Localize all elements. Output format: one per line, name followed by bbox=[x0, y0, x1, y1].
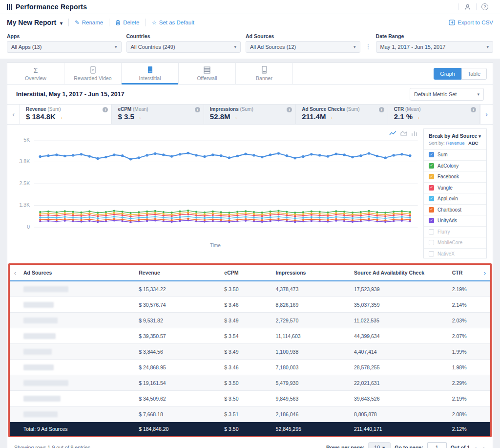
legend-item[interactable]: ✓ MobileCore bbox=[424, 237, 486, 249]
more-filters-icon[interactable]: ⋮ bbox=[365, 43, 372, 50]
rows-per-page-select[interactable]: 10 ▾ bbox=[368, 442, 391, 448]
legend-checkbox[interactable]: ✓ bbox=[429, 174, 434, 179]
legend-checkbox[interactable]: ✓ bbox=[429, 240, 434, 245]
line-chart-icon[interactable] bbox=[389, 130, 396, 136]
sort-by-revenue[interactable]: Revenue bbox=[446, 140, 464, 146]
legend-item[interactable]: ✓ Chartboost bbox=[424, 205, 486, 216]
ad-sources-table: ‹ Ad Sources Revenue eCPM Impressions So… bbox=[8, 263, 492, 437]
legend-list: ✓ Sum ✓ AdColony ✓ Facebook ✓ bbox=[424, 149, 486, 258]
metrics-next-chevron[interactable]: › bbox=[480, 105, 493, 124]
user-icon[interactable] bbox=[459, 3, 476, 11]
legend-checkbox[interactable]: ✓ bbox=[429, 196, 434, 201]
help-icon[interactable]: ? bbox=[477, 3, 493, 10]
table-row[interactable]: $ 30,576.74 $ 3.46 8,826,169 35,037,359 … bbox=[10, 297, 490, 313]
bar-chart-icon[interactable] bbox=[411, 130, 417, 136]
table-next-chevron[interactable]: › bbox=[479, 269, 490, 277]
metric-card-impressions[interactable]: Impressions (Sum) 52.8M→ i bbox=[204, 105, 296, 124]
info-icon[interactable]: i bbox=[287, 107, 292, 112]
trend-arrow-icon: → bbox=[232, 113, 238, 121]
check-icon: ✓ bbox=[430, 208, 433, 212]
legend-item[interactable]: ✓ UnityAds bbox=[424, 215, 486, 227]
ctr-cell: 1.98% bbox=[449, 364, 490, 370]
table-row[interactable]: $ 9,531.82 $ 3.49 2,729,570 11,022,535 2… bbox=[10, 313, 490, 328]
export-csv-button[interactable]: Export to CSV bbox=[449, 20, 493, 25]
info-icon[interactable]: i bbox=[379, 107, 384, 112]
legend-item[interactable]: ✓ NativeX bbox=[424, 249, 486, 259]
divider bbox=[145, 19, 146, 26]
info-icon[interactable]: i bbox=[471, 107, 476, 112]
legend-checkbox[interactable]: ✓ bbox=[429, 229, 434, 235]
legend-item[interactable]: ✓ AdColony bbox=[424, 161, 486, 172]
metric-card-ad-source-checks[interactable]: Ad Source Checks (Sum) 211.4M→ i bbox=[296, 105, 388, 124]
table-row[interactable]: $ 15,334.22 $ 3.50 4,378,473 17,523,939 … bbox=[10, 281, 490, 297]
area-chart-icon[interactable] bbox=[400, 130, 407, 136]
info-icon[interactable]: i bbox=[195, 107, 200, 112]
ctr-cell: 2.08% bbox=[449, 411, 490, 417]
col-header-impressions[interactable]: Impressions bbox=[273, 270, 351, 276]
ad-sources-filter-select[interactable]: All Ad Sources (12) ▾ bbox=[246, 41, 360, 53]
legend-checkbox[interactable]: ✓ bbox=[429, 251, 434, 256]
availability-check-cell: 22,021,631 bbox=[351, 380, 449, 386]
table-row[interactable]: $ 7,668.18 $ 3.51 2,186,046 8,805,878 2.… bbox=[10, 406, 490, 422]
tab-overview[interactable]: Σ Overview bbox=[7, 63, 64, 84]
page-number-input[interactable] bbox=[427, 442, 447, 448]
metrics-prev-chevron[interactable]: ‹ bbox=[7, 105, 20, 124]
legend-item[interactable]: ✓ Sum bbox=[424, 149, 486, 161]
goto-page-label: Go to page: bbox=[395, 445, 423, 448]
countries-filter-select[interactable]: All Countries (249) ▾ bbox=[126, 41, 241, 53]
legend-item[interactable]: ✓ Facebook bbox=[424, 171, 486, 183]
col-header-ecpm[interactable]: eCPM bbox=[221, 270, 272, 276]
legend-item[interactable]: ✓ Flurry bbox=[424, 227, 486, 238]
tab-interstitial[interactable]: Interstitial bbox=[122, 63, 179, 84]
tab-banner[interactable]: Banner bbox=[236, 63, 293, 84]
date-range-filter-select[interactable]: May 1, 2017 - Jun 15, 2017 ▾ bbox=[376, 41, 493, 53]
redacted-ad-source-name bbox=[23, 333, 56, 339]
info-icon[interactable]: i bbox=[103, 107, 108, 112]
table-row[interactable]: $ 19,161.54 $ 3.50 5,479,930 22,021,631 … bbox=[10, 375, 490, 391]
app-menu-icon[interactable] bbox=[7, 4, 12, 10]
rename-button[interactable]: ✎ Rename bbox=[75, 19, 103, 26]
legend-item[interactable]: ✓ Vungle bbox=[424, 183, 486, 194]
graph-toggle-button[interactable]: Graph bbox=[434, 68, 461, 80]
col-header-revenue[interactable]: Revenue bbox=[136, 270, 221, 276]
metric-card-ecpm[interactable]: eCPM (Mean) $ 3.5→ i bbox=[112, 105, 204, 124]
table-prev-chevron[interactable]: ‹ bbox=[10, 269, 21, 277]
set-default-button[interactable]: ☆ Set as Default bbox=[151, 19, 194, 26]
banner-icon bbox=[262, 66, 267, 74]
table-row[interactable]: $ 24,868.95 $ 3.46 7,180,003 28,578,255 … bbox=[10, 360, 490, 375]
countries-filter-value: All Countries (249) bbox=[131, 44, 175, 50]
legend-item[interactable]: ✓ AppLovin bbox=[424, 193, 486, 205]
legend-checkbox[interactable]: ✓ bbox=[429, 185, 434, 191]
apps-filter-label: Apps bbox=[7, 33, 122, 39]
legend-checkbox[interactable]: ✓ bbox=[429, 218, 434, 223]
chart-plot[interactable]: 5K3.8K2.5K1.3K0 bbox=[9, 128, 421, 243]
legend-checkbox[interactable]: ✓ bbox=[429, 163, 434, 169]
delete-button[interactable]: Delete bbox=[115, 20, 139, 25]
metric-card-ctr[interactable]: CTR (Mean) 2.1 %→ i bbox=[388, 105, 480, 124]
export-csv-icon bbox=[449, 20, 455, 25]
chevron-down-icon: ▾ bbox=[477, 92, 479, 97]
table-row[interactable]: $ 3,844.56 $ 3.49 1,100,938 4,407,414 1.… bbox=[10, 344, 490, 360]
legend-checkbox[interactable]: ✓ bbox=[429, 152, 434, 157]
table-row[interactable]: $ 39,350.57 $ 3.54 11,114,603 44,399,634… bbox=[10, 328, 490, 344]
filter-bar: Apps All Apps (13) ▾ Countries All Count… bbox=[0, 30, 500, 59]
col-header-ad-sources[interactable]: Ad Sources bbox=[21, 270, 136, 276]
sort-by-abc[interactable]: ABC bbox=[468, 140, 479, 146]
table-row[interactable]: $ 34,509.62 $ 3.50 9,849,563 39,643,526 … bbox=[10, 391, 490, 406]
showing-rows-text: Showing rows 1-9 out of 9 entries bbox=[14, 445, 90, 448]
tab-rewarded-video[interactable]: Rewarded Video bbox=[64, 63, 122, 84]
metric-set-select[interactable]: Default Metric Set ▾ bbox=[410, 88, 484, 101]
report-name-dropdown[interactable]: My New Report ▾ bbox=[7, 19, 62, 26]
revenue-cell: $ 15,334.22 bbox=[136, 286, 221, 292]
metric-card-revenue[interactable]: Revenue (Sum) $ 184.8K→ i bbox=[20, 105, 112, 124]
col-header-availability-check[interactable]: Source Ad Availability Check bbox=[351, 270, 449, 276]
ecpm-cell: $ 3.49 bbox=[221, 318, 272, 323]
legend-checkbox[interactable]: ✓ bbox=[429, 207, 434, 213]
table-toggle-button[interactable]: Table bbox=[461, 68, 487, 80]
break-by-dropdown[interactable]: Break by Ad Source ▾ bbox=[429, 133, 481, 139]
apps-filter-select[interactable]: All Apps (13) ▾ bbox=[7, 41, 122, 53]
tab-offerwall[interactable]: Offerwall bbox=[179, 63, 236, 84]
col-header-ctr[interactable]: CTR bbox=[449, 270, 479, 276]
page-prev-chevron[interactable]: ‹ bbox=[474, 444, 478, 448]
page-next-chevron[interactable]: › bbox=[482, 444, 486, 448]
